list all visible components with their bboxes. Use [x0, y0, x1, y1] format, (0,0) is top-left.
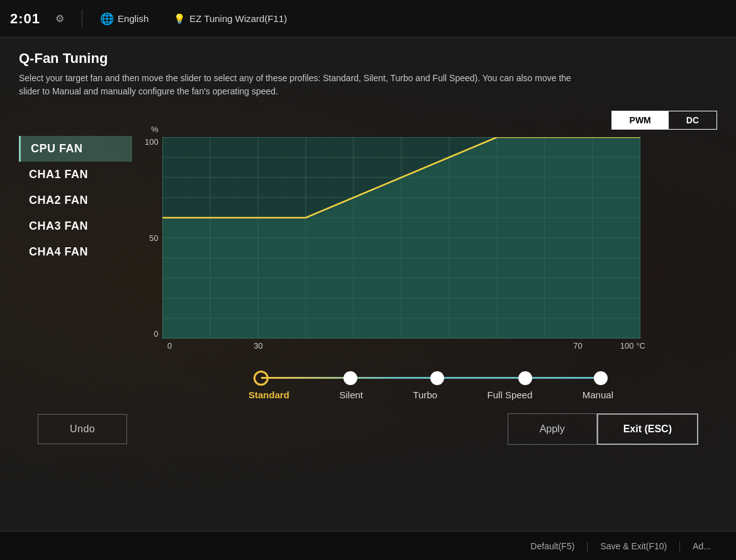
profile-dot-turbo[interactable]	[430, 371, 444, 385]
profile-dot-manual[interactable]	[594, 371, 608, 385]
profile-dot-full-speed[interactable]	[518, 371, 532, 385]
chart-x-tick-0: 0	[167, 341, 172, 350]
ez-tuning-label: EZ Tuning Wizard(F11)	[189, 13, 287, 24]
left-buttons: Undo	[38, 414, 127, 444]
footer-bar: Default(F5) Save & Exit(F10) Ad...	[0, 531, 736, 560]
profile-label-silent[interactable]: Silent	[339, 389, 363, 400]
chart-section: CPU FAN CHA1 FAN CHA2 FAN CHA3 FAN CHA4 …	[19, 111, 717, 350]
footer-advanced[interactable]: Ad...	[680, 541, 723, 551]
page-description: Select your target fan and then move the…	[19, 72, 585, 98]
fan-item-cha2[interactable]: CHA2 FAN	[19, 188, 132, 213]
system-time: 2:01	[10, 11, 40, 27]
profile-labels: Standard Silent Turbo Full Speed Manual	[248, 389, 613, 400]
fan-item-cpu[interactable]: CPU FAN	[19, 136, 132, 162]
globe-icon: 🌐	[100, 12, 114, 26]
ez-tuning-wizard[interactable]: 💡 EZ Tuning Wizard(F11)	[174, 13, 287, 25]
language-selector[interactable]: 🌐 English	[100, 12, 148, 26]
chart-x-tick-100: 100	[620, 341, 634, 350]
page-title: Q-Fan Tuning	[19, 50, 717, 67]
profile-label-standard[interactable]: Standard	[248, 389, 289, 400]
chart-x-tick-30: 30	[254, 341, 262, 350]
profile-dot-silent[interactable]	[343, 371, 357, 385]
main-content: Q-Fan Tuning Select your target fan and …	[0, 38, 736, 464]
dc-button[interactable]: DC	[669, 111, 716, 129]
profile-label-manual[interactable]: Manual	[583, 389, 613, 400]
language-label: English	[118, 13, 148, 24]
undo-button[interactable]: Undo	[38, 414, 127, 444]
footer-default[interactable]: Default(F5)	[518, 541, 588, 551]
bottom-buttons: Undo Apply Exit (ESC)	[19, 407, 717, 451]
chart-container: PWM DC % 100 50 0	[145, 111, 717, 350]
pwm-dc-toggle[interactable]: PWM DC	[611, 111, 717, 130]
pwm-button[interactable]: PWM	[612, 111, 669, 129]
divider	[82, 9, 82, 28]
chart-x-tick-70: 70	[263, 341, 583, 350]
top-bar: 2:01 ⚙ 🌐 English 💡 EZ Tuning Wizard(F11)	[0, 0, 736, 38]
footer-save-exit[interactable]: Save & Exit(F10)	[588, 541, 680, 551]
profile-slider-section: Standard Silent Turbo Full Speed Manual	[19, 363, 717, 395]
profile-slider[interactable]: Standard Silent Turbo Full Speed Manual	[248, 363, 613, 395]
lightbulb-icon: 💡	[174, 13, 186, 25]
right-buttons: Apply Exit (ESC)	[508, 413, 698, 445]
chart-y-label-percent: %	[151, 125, 159, 134]
profile-label-full-speed[interactable]: Full Speed	[488, 389, 533, 400]
chart-y-tick-100: 100	[145, 137, 159, 147]
fan-list: CPU FAN CHA1 FAN CHA2 FAN CHA3 FAN CHA4 …	[19, 136, 132, 350]
gear-icon: ⚙	[55, 13, 64, 25]
fan-item-cha4[interactable]: CHA4 FAN	[19, 239, 132, 265]
fan-item-cha3[interactable]: CHA3 FAN	[19, 213, 132, 239]
fan-chart-canvas[interactable]	[162, 137, 640, 339]
exit-button[interactable]: Exit (ESC)	[597, 413, 698, 445]
fan-item-cha1[interactable]: CHA1 FAN	[19, 162, 132, 188]
apply-button[interactable]: Apply	[508, 413, 597, 445]
chart-y-tick-0: 0	[153, 329, 158, 339]
chart-y-tick-50: 50	[149, 233, 158, 243]
profile-label-turbo[interactable]: Turbo	[413, 389, 437, 400]
chart-x-unit: °C	[636, 341, 645, 350]
chart-top: PWM DC	[145, 111, 717, 135]
profile-dot-standard[interactable]	[254, 371, 269, 386]
